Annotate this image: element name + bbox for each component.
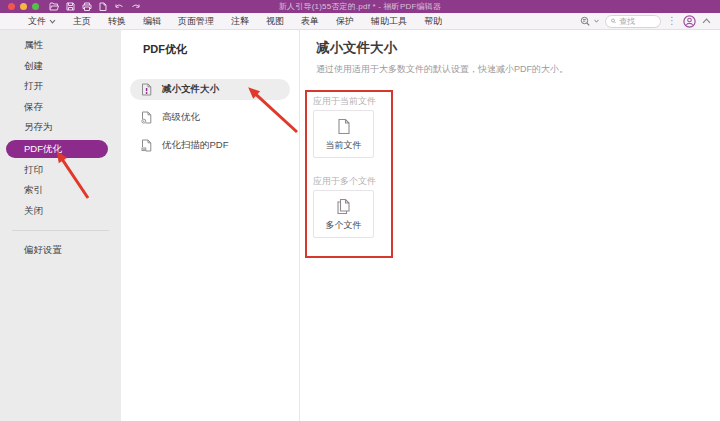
multiple-files-button[interactable]: 多个文件 <box>313 190 374 238</box>
apply-current-file-label: 应用于当前文件 <box>313 96 391 107</box>
find-replace-button[interactable] <box>580 16 599 27</box>
panel-item-reduce-file-size[interactable]: 减小文件大小 <box>130 79 290 100</box>
sidebar-item-save-as[interactable]: 另存为 <box>0 117 121 138</box>
menu-item-comment[interactable]: 注释 <box>231 15 249 28</box>
panel-item-optimize-scanned-pdf[interactable]: 优化扫描的PDF <box>130 135 290 156</box>
panel-item-label: 优化扫描的PDF <box>162 139 229 152</box>
sidebar-divider <box>12 230 109 231</box>
open-folder-icon[interactable] <box>49 2 59 11</box>
search-icon <box>611 17 616 25</box>
document-scan-icon <box>141 139 152 152</box>
find-replace-icon <box>580 16 592 27</box>
page-title: 减小文件大小 <box>316 40 720 55</box>
apply-multiple-files-label: 应用于多个文件 <box>313 176 391 187</box>
chevron-up-icon <box>702 18 711 24</box>
account-icon <box>683 15 696 28</box>
panel-item-label: 高级优化 <box>162 111 200 124</box>
close-window-button[interactable] <box>8 3 15 10</box>
page-description: 通过使用适用于大多数文件的默认设置，快速减小PDF的大小。 <box>316 64 720 75</box>
menu-item-protect[interactable]: 保护 <box>336 15 354 28</box>
menu-item-edit[interactable]: 编辑 <box>143 15 161 28</box>
panel-item-advanced-optimization[interactable]: 高级优化 <box>130 107 290 128</box>
red-highlight-rectangle: 应用于当前文件 当前文件 应用于多个文件 多个文件 <box>305 90 393 258</box>
sidebar-item-create[interactable]: 创建 <box>0 56 121 77</box>
current-file-label: 当前文件 <box>326 140 362 150</box>
menu-item-file[interactable]: 文件 <box>28 15 56 28</box>
document-exclamation-icon <box>141 83 152 96</box>
titlebar: 新人引导(1)55否定的.pdf * - 福昕PDF编辑器 <box>0 0 720 13</box>
sidebar-item-print[interactable]: 打印 <box>0 160 121 181</box>
sidebar-item-pdf-optimize[interactable]: PDF优化 <box>6 140 108 158</box>
menubar-right-controls: ⋮ <box>580 15 720 28</box>
foxit-pdf-editor-window: 新人引导(1)55否定的.pdf * - 福昕PDF编辑器 文件 主页 转换 编… <box>0 0 720 421</box>
multiple-documents-icon <box>336 198 351 215</box>
file-menu-page: 属性 创建 打开 保存 另存为 PDF优化 打印 索引 关闭 偏好设置 PDF优… <box>0 30 720 421</box>
undo-icon[interactable] <box>114 3 124 11</box>
caret-down-icon <box>594 19 599 23</box>
panel-title: PDF优化 <box>121 42 299 57</box>
zoom-window-button[interactable] <box>32 3 39 10</box>
save-icon[interactable] <box>66 2 75 11</box>
chevron-down-icon <box>49 19 56 24</box>
minimize-window-button[interactable] <box>20 3 27 10</box>
sidebar-item-open[interactable]: 打开 <box>0 76 121 97</box>
menubar: 文件 主页 转换 编辑 页面管理 注释 视图 表单 保护 辅助工具 帮助 ⋮ <box>0 13 720 30</box>
traffic-lights <box>0 3 39 10</box>
sidebar-item-properties[interactable]: 属性 <box>0 35 121 56</box>
menu-items: 文件 主页 转换 编辑 页面管理 注释 视图 表单 保护 辅助工具 帮助 <box>0 15 442 28</box>
search-field[interactable] <box>605 15 661 28</box>
reduce-file-size-content: 减小文件大小 通过使用适用于大多数文件的默认设置，快速减小PDF的大小。 应用于… <box>300 30 720 421</box>
menu-item-page-management[interactable]: 页面管理 <box>178 15 214 28</box>
menu-item-help[interactable]: 帮助 <box>424 15 442 28</box>
panel-item-label: 减小文件大小 <box>162 83 219 96</box>
more-vertical-icon[interactable]: ⋮ <box>667 16 677 26</box>
menu-item-view[interactable]: 视图 <box>266 15 284 28</box>
menu-item-file-label: 文件 <box>28 15 46 28</box>
pdf-optimize-panel: PDF优化 减小文件大小 高级优化 优化扫描的PDF <box>121 30 300 421</box>
print-icon[interactable] <box>82 2 92 11</box>
menu-item-form[interactable]: 表单 <box>301 15 319 28</box>
menu-item-assistant-tools[interactable]: 辅助工具 <box>371 15 407 28</box>
menu-item-home[interactable]: 主页 <box>73 15 91 28</box>
sidebar-item-close[interactable]: 关闭 <box>0 201 121 222</box>
multiple-files-label: 多个文件 <box>326 220 362 230</box>
quick-toolbar <box>49 2 141 11</box>
single-document-icon <box>337 118 351 135</box>
sidebar-item-index[interactable]: 索引 <box>0 180 121 201</box>
sidebar-item-save[interactable]: 保存 <box>0 97 121 118</box>
document-gear-icon <box>141 111 152 124</box>
account-button[interactable] <box>683 15 696 28</box>
current-file-button[interactable]: 当前文件 <box>313 110 374 158</box>
redo-icon[interactable] <box>131 3 141 11</box>
new-document-icon[interactable] <box>99 2 107 11</box>
file-menu-sidebar: 属性 创建 打开 保存 另存为 PDF优化 打印 索引 关闭 偏好设置 <box>0 30 121 421</box>
collapse-toolbar-button[interactable] <box>702 18 711 24</box>
menu-item-convert[interactable]: 转换 <box>108 15 126 28</box>
sidebar-item-preferences[interactable]: 偏好设置 <box>0 240 121 261</box>
search-input[interactable] <box>619 17 655 26</box>
